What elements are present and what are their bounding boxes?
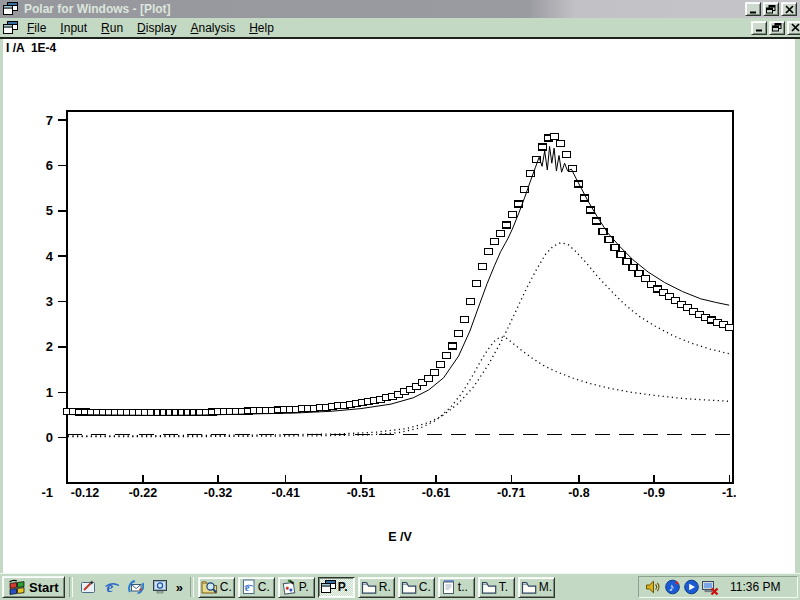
x-tick-label: -0.71 xyxy=(497,486,526,500)
task-button-label: P. xyxy=(338,580,348,594)
windows-logo-icon xyxy=(8,578,26,596)
tray-pc-offline-icon[interactable] xyxy=(701,578,719,596)
y-tick-label: 1 xyxy=(46,385,53,400)
quick-launch-chevron-button[interactable]: » xyxy=(173,580,186,595)
title-bar: Polar for Windows - [Plot] xyxy=(0,0,800,18)
window-title: Polar for Windows - [Plot] xyxy=(24,2,171,16)
series-measured-points xyxy=(64,133,733,415)
menu-item-file[interactable]: File xyxy=(20,19,53,37)
quick-launch-internet-explorer-button[interactable]: e xyxy=(101,577,123,598)
x-tick-label: -0.61 xyxy=(422,486,451,500)
document-minimize-button[interactable] xyxy=(751,21,767,35)
paint-page-icon xyxy=(281,579,297,595)
taskbar: Start e» C.eC.P.P.R.C.t..T.M. ♪ 11:36 PM xyxy=(0,573,800,600)
x-tick-label: -0.8 xyxy=(568,486,590,500)
y-tick-label: 4 xyxy=(46,249,54,264)
window-restore-button[interactable] xyxy=(763,2,779,16)
task-button-label: P. xyxy=(299,580,309,594)
folder-icon xyxy=(401,580,417,595)
app-window-icon xyxy=(321,580,336,594)
tray-volume-icon[interactable] xyxy=(644,578,662,596)
folder-icon xyxy=(361,580,377,595)
taskbar-clock: 11:36 PM xyxy=(730,580,780,594)
document-restore-button[interactable] xyxy=(769,21,785,35)
y-tick-label: 6 xyxy=(46,158,53,173)
x-tick-label: -0.32 xyxy=(204,486,233,500)
task-button-5[interactable]: R. xyxy=(358,577,395,598)
find-folder-icon xyxy=(201,579,218,595)
x-tick-label: -0.41 xyxy=(271,486,300,500)
tray-play-ball-icon[interactable] xyxy=(682,578,700,596)
start-button[interactable]: Start xyxy=(2,576,65,598)
menu-item-help[interactable]: Help xyxy=(242,19,281,37)
x-tick-label: -0.9 xyxy=(643,486,665,500)
menu-bar: FileInputRunDisplayAnalysisHelp xyxy=(0,18,800,39)
plot-area: 01234567-1-0.12-0.22-0.32-0.41-0.51-0.61… xyxy=(0,39,800,573)
window-minimize-button[interactable] xyxy=(745,2,761,16)
folder-icon xyxy=(521,580,537,595)
task-button-8[interactable]: T. xyxy=(478,577,515,598)
toolbar-separator[interactable] xyxy=(190,577,194,597)
quick-launch-web-monitor-button[interactable] xyxy=(149,577,171,598)
document-system-menu-icon[interactable] xyxy=(3,21,18,35)
task-button-6[interactable]: C. xyxy=(398,577,435,598)
y-tick-label: 2 xyxy=(46,339,53,354)
application-icon[interactable] xyxy=(3,2,18,16)
x-tick-label: -1. xyxy=(722,486,737,500)
series-component-1 xyxy=(68,243,729,436)
quick-launch-outlook-express-button[interactable] xyxy=(125,577,147,598)
svg-text:♪: ♪ xyxy=(668,581,674,593)
task-button-label: M. xyxy=(539,580,552,594)
y-tick-label: 5 xyxy=(46,203,53,218)
menu-item-analysis[interactable]: Analysis xyxy=(183,19,242,37)
plot-frame xyxy=(67,111,733,483)
y-tick-label: 3 xyxy=(46,294,53,309)
menu-item-run[interactable]: Run xyxy=(94,19,130,37)
x-tick-label: -0.12 xyxy=(71,486,100,500)
task-button-label: T. xyxy=(499,580,508,594)
task-button-label: t.. xyxy=(458,580,468,594)
x-axis-title: E /V xyxy=(388,530,412,544)
svg-text:e: e xyxy=(106,579,113,595)
task-button-2[interactable]: eC. xyxy=(238,577,275,598)
quick-launch-show-desktop-button[interactable] xyxy=(77,577,99,598)
y-axis-bottom-label: -1 xyxy=(41,485,53,500)
task-button-label: C. xyxy=(419,580,431,594)
tray-audio-ball-icon[interactable]: ♪ xyxy=(663,578,681,596)
x-tick-label: -0.51 xyxy=(347,486,376,500)
polar-for-windows-screen: Polar for Windows - [Plot] FileInputRunD… xyxy=(0,0,800,600)
task-button-7[interactable]: t.. xyxy=(438,577,475,598)
y-tick-label: 7 xyxy=(46,113,53,128)
task-button-3[interactable]: P. xyxy=(278,577,315,598)
menu-item-display[interactable]: Display xyxy=(130,19,183,37)
y-tick-label: 0 xyxy=(46,430,53,445)
system-tray: ♪ 11:36 PM xyxy=(638,576,798,598)
task-button-9[interactable]: M. xyxy=(518,577,555,598)
task-button-1[interactable]: C. xyxy=(198,577,235,598)
x-tick-label: -0.22 xyxy=(129,486,158,500)
document-close-button[interactable] xyxy=(787,21,800,35)
menu-item-input[interactable]: Input xyxy=(53,19,94,37)
task-button-label: R. xyxy=(379,580,391,594)
start-button-label: Start xyxy=(29,580,59,595)
task-button-label: C. xyxy=(220,580,232,594)
ie-page-icon: e xyxy=(241,579,256,595)
series-component-2 xyxy=(68,337,729,437)
task-button-4-active[interactable]: P. xyxy=(318,577,355,598)
window-close-button[interactable] xyxy=(781,2,797,16)
svg-text:e: e xyxy=(245,582,250,593)
task-button-label: C. xyxy=(258,580,270,594)
series-fitted-curve xyxy=(68,146,729,415)
notepad-icon xyxy=(441,579,456,595)
folder-icon xyxy=(481,580,497,595)
toolbar-separator[interactable] xyxy=(69,577,73,597)
